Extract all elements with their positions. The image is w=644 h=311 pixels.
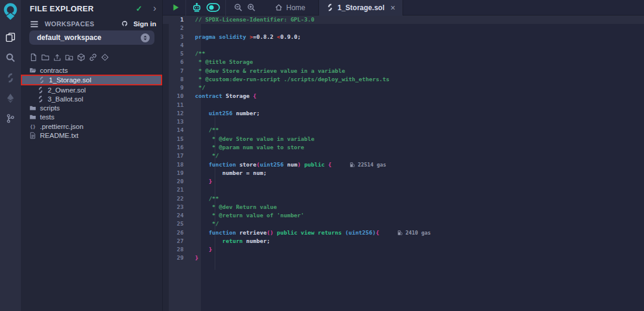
- code-line[interactable]: 29 }: [163, 254, 644, 262]
- robot-button[interactable]: [191, 3, 202, 13]
- tree-item[interactable]: {} .prettierrc.json: [21, 122, 162, 131]
- play-button[interactable]: [171, 3, 180, 12]
- sign-in-button[interactable]: Sign in: [122, 19, 156, 28]
- tree-item[interactable]: tests: [21, 113, 162, 122]
- toolbar-separator: [185, 0, 186, 16]
- link-icon[interactable]: [88, 53, 98, 62]
- deploy-run-icon[interactable]: [0, 88, 21, 108]
- code-line[interactable]: 7 * @dev Store & retrieve value in a var…: [163, 67, 644, 75]
- line-number[interactable]: 29: [163, 254, 195, 262]
- tree-item[interactable]: README.txt: [21, 131, 162, 140]
- code-line[interactable]: 17 */: [163, 152, 644, 160]
- tree-item[interactable]: 3_Ballot.sol: [21, 94, 162, 103]
- line-number[interactable]: 20: [163, 177, 195, 186]
- workspaces-label: WORKSPACES: [45, 20, 122, 27]
- tree-item-selected[interactable]: 1_Storage.sol: [21, 75, 162, 85]
- line-number[interactable]: 25: [163, 220, 195, 228]
- line-number[interactable]: 19: [163, 169, 195, 177]
- solidity-compiler-icon[interactable]: [0, 67, 21, 88]
- line-number[interactable]: 18: [163, 161, 195, 169]
- solidity-file-icon: [38, 76, 45, 84]
- workspace-select[interactable]: default_workspace: [29, 30, 154, 45]
- file-explorer-icon[interactable]: [0, 27, 21, 47]
- tab-1_storage.sol[interactable]: 1_Storage.sol×: [318, 0, 403, 16]
- upload-folder-icon[interactable]: [64, 53, 74, 62]
- toggle-on-button[interactable]: [206, 3, 220, 12]
- code-line[interactable]: 19 number = num;: [163, 169, 644, 177]
- code-line[interactable]: 12 uint256 number;: [163, 109, 644, 118]
- line-number[interactable]: 9: [163, 84, 195, 92]
- line-number[interactable]: 26: [163, 229, 195, 237]
- code-line[interactable]: 5 /**: [163, 50, 644, 58]
- upload-file-icon[interactable]: [52, 53, 62, 62]
- code-line[interactable]: 22 /**: [163, 195, 644, 203]
- code-line[interactable]: 18 function store(uint256 num) public { …: [163, 161, 644, 169]
- tree-item[interactable]: contracts: [21, 66, 162, 75]
- chevron-right-icon[interactable]: ›: [153, 4, 156, 13]
- diamond-icon[interactable]: [100, 53, 110, 62]
- line-number[interactable]: 10: [163, 92, 195, 100]
- code-line[interactable]: 6 * @title Storage: [163, 58, 644, 66]
- workspace-select-arrows-icon[interactable]: [141, 33, 150, 42]
- code-line[interactable]: 8 * @custom:dev-run-script ./scripts/dep…: [163, 75, 644, 84]
- tree-item[interactable]: 2_Owner.sol: [21, 85, 162, 94]
- code-line[interactable]: 20 }: [163, 177, 644, 186]
- line-number[interactable]: 2: [163, 24, 195, 32]
- code-line[interactable]: 10 contract Storage {: [163, 92, 644, 100]
- line-number[interactable]: 17: [163, 152, 195, 160]
- tree-item[interactable]: scripts: [21, 104, 162, 113]
- code-editor[interactable]: 1 // SPDX-License-Identifier: GPL-3.0 2 …: [163, 16, 644, 311]
- code-line[interactable]: 16 * @param num value to store: [163, 143, 644, 152]
- zoom-in-button[interactable]: [247, 3, 256, 12]
- line-number[interactable]: 1: [163, 16, 195, 24]
- line-number[interactable]: 4: [163, 41, 195, 50]
- code-line[interactable]: 28 }: [163, 245, 644, 254]
- line-number[interactable]: 13: [163, 118, 195, 126]
- code-line[interactable]: 14 /**: [163, 126, 644, 134]
- line-number[interactable]: 28: [163, 245, 195, 254]
- line-number[interactable]: 24: [163, 211, 195, 220]
- workspace-selected-value: default_workspace: [37, 33, 141, 42]
- code-line[interactable]: 1 // SPDX-License-Identifier: GPL-3.0: [163, 16, 644, 24]
- line-number[interactable]: 22: [163, 195, 195, 203]
- code-line[interactable]: 11: [163, 101, 644, 109]
- code-line[interactable]: 21: [163, 186, 644, 194]
- zoom-out-button[interactable]: [234, 3, 243, 12]
- line-number[interactable]: 14: [163, 126, 195, 134]
- code-line[interactable]: 26 function retrieve() public view retur…: [163, 229, 644, 237]
- code-line[interactable]: 25 */: [163, 220, 644, 228]
- code-line[interactable]: 4: [163, 41, 644, 50]
- line-number[interactable]: 15: [163, 135, 195, 143]
- code-line[interactable]: 15 * @dev Store value in variable: [163, 135, 644, 143]
- code-line[interactable]: 13: [163, 118, 644, 126]
- line-number[interactable]: 23: [163, 203, 195, 211]
- code-line[interactable]: 24 * @return value of 'number': [163, 211, 644, 220]
- search-icon[interactable]: [0, 47, 21, 67]
- check-icon[interactable]: ✓: [136, 4, 143, 13]
- tab-home[interactable]: Home: [269, 0, 311, 16]
- line-number[interactable]: 6: [163, 58, 195, 66]
- remix-logo-icon[interactable]: [2, 3, 18, 21]
- new-folder-icon[interactable]: [41, 53, 50, 62]
- line-number[interactable]: 7: [163, 67, 195, 75]
- line-number[interactable]: 8: [163, 75, 195, 84]
- line-number[interactable]: 27: [163, 237, 195, 245]
- code-line[interactable]: 23 * @dev Return value: [163, 203, 644, 211]
- line-number[interactable]: 21: [163, 186, 195, 194]
- line-number[interactable]: 3: [163, 33, 195, 41]
- close-tab-icon[interactable]: ×: [391, 3, 395, 13]
- new-file-icon[interactable]: [29, 53, 38, 62]
- line-number[interactable]: 11: [163, 101, 195, 109]
- code-line[interactable]: 9 */: [163, 84, 644, 92]
- code-line[interactable]: 27 return number;: [163, 237, 644, 245]
- line-number[interactable]: 5: [163, 50, 195, 58]
- line-number[interactable]: 16: [163, 143, 195, 152]
- code-line[interactable]: 3 pragma solidity >=0.8.2 <0.9.0;: [163, 33, 644, 41]
- line-number[interactable]: 12: [163, 109, 195, 118]
- hamburger-menu-icon[interactable]: [30, 20, 39, 28]
- git-icon[interactable]: [0, 108, 21, 128]
- cube-icon[interactable]: [76, 53, 86, 62]
- code-text: /**: [195, 50, 205, 58]
- folder-icon: [29, 113, 36, 121]
- code-line[interactable]: 2: [163, 24, 644, 32]
